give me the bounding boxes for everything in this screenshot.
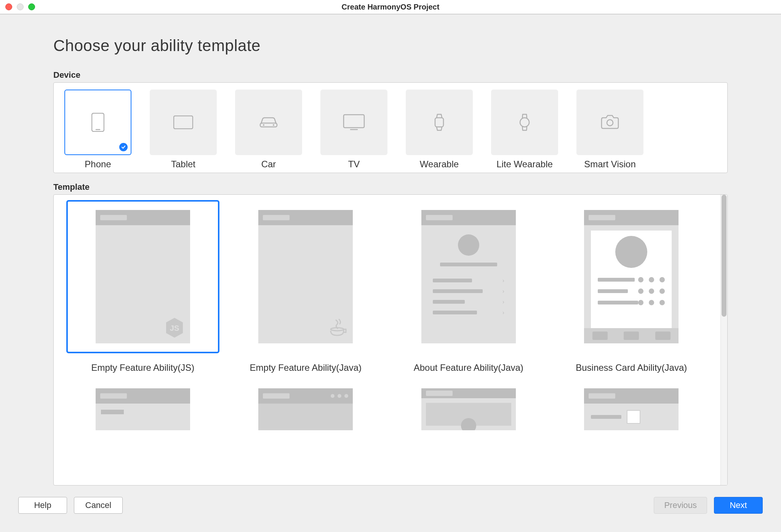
device-label: Car bbox=[261, 159, 276, 170]
window-controls bbox=[5, 3, 35, 10]
template-thumbnail bbox=[555, 200, 708, 353]
help-button[interactable]: Help bbox=[18, 497, 67, 514]
device-label: Lite Wearable bbox=[496, 159, 553, 170]
template-option-row2-2[interactable] bbox=[228, 388, 384, 434]
device-option-tv[interactable]: TV bbox=[320, 90, 387, 170]
svg-rect-2 bbox=[174, 116, 193, 129]
template-thumbnail: JS bbox=[66, 200, 219, 353]
device-box bbox=[320, 90, 387, 155]
device-option-tablet[interactable]: Tablet bbox=[150, 90, 217, 170]
svg-point-5 bbox=[273, 124, 274, 126]
svg-point-9 bbox=[520, 118, 529, 127]
device-option-wearable[interactable]: Wearable bbox=[406, 90, 473, 170]
template-label: Empty Feature Ability(Java) bbox=[250, 362, 362, 373]
next-button[interactable]: Next bbox=[714, 497, 763, 514]
wizard-page: Choose your ability template Device Phon… bbox=[0, 14, 781, 497]
device-option-lite-wearable[interactable]: Lite Wearable bbox=[491, 90, 558, 170]
device-box bbox=[491, 90, 558, 155]
device-box bbox=[64, 90, 131, 155]
tv-icon bbox=[343, 114, 365, 131]
template-label: Business Card Ability(Java) bbox=[576, 362, 687, 373]
template-thumbnail bbox=[66, 388, 219, 434]
window-title: Create HarmonyOS Project bbox=[0, 3, 781, 11]
titlebar: Create HarmonyOS Project bbox=[0, 0, 781, 14]
camera-icon bbox=[600, 115, 620, 130]
template-thumbnail bbox=[555, 388, 708, 434]
template-grid: JS Empty Feature Ability(JS) bbox=[54, 195, 720, 485]
check-icon bbox=[119, 143, 128, 151]
template-thumbnail: › › › › bbox=[392, 200, 545, 353]
page-heading: Choose your ability template bbox=[53, 37, 728, 55]
template-scrollbar[interactable] bbox=[720, 195, 727, 485]
template-thumbnail bbox=[392, 388, 545, 434]
java-icon bbox=[328, 318, 347, 337]
device-label: Tablet bbox=[171, 159, 195, 170]
template-section-label: Template bbox=[53, 182, 728, 192]
svg-rect-8 bbox=[435, 118, 443, 127]
device-label: Phone bbox=[85, 159, 111, 170]
car-icon bbox=[258, 115, 279, 130]
device-option-phone[interactable]: Phone bbox=[64, 90, 131, 170]
window-body: Choose your ability template Device Phon… bbox=[0, 14, 781, 532]
template-option-row2-4[interactable] bbox=[554, 388, 709, 434]
template-thumbnail bbox=[229, 388, 382, 434]
minimize-window-button[interactable] bbox=[17, 3, 24, 10]
maximize-window-button[interactable] bbox=[28, 3, 35, 10]
lite-wearable-icon bbox=[518, 113, 531, 131]
template-thumbnail bbox=[229, 200, 382, 353]
svg-point-4 bbox=[263, 124, 264, 126]
device-panel: Phone Tablet Car bbox=[53, 82, 728, 173]
svg-point-13 bbox=[331, 328, 344, 331]
tablet-icon bbox=[173, 115, 193, 129]
template-option-row2-1[interactable] bbox=[65, 388, 221, 434]
template-option-row2-3[interactable] bbox=[391, 388, 546, 434]
svg-rect-0 bbox=[92, 113, 104, 131]
device-label: Wearable bbox=[420, 159, 459, 170]
template-option-business-card-java[interactable]: Business Card Ability(Java) bbox=[554, 200, 709, 373]
scrollbar-thumb[interactable] bbox=[722, 195, 727, 317]
device-section-label: Device bbox=[53, 70, 728, 80]
svg-rect-3 bbox=[260, 123, 277, 127]
device-box bbox=[406, 90, 473, 155]
svg-point-10 bbox=[607, 120, 613, 126]
previous-button: Previous bbox=[654, 497, 707, 514]
device-option-car[interactable]: Car bbox=[235, 90, 302, 170]
template-label: Empty Feature Ability(JS) bbox=[91, 362, 194, 373]
svg-rect-6 bbox=[344, 115, 364, 128]
device-box bbox=[150, 90, 217, 155]
template-option-about-java[interactable]: › › › › About Feature Ability(Java) bbox=[391, 200, 546, 373]
phone-icon bbox=[91, 113, 104, 132]
template-option-empty-java[interactable]: Empty Feature Ability(Java) bbox=[228, 200, 384, 373]
template-option-empty-js[interactable]: JS Empty Feature Ability(JS) bbox=[65, 200, 221, 373]
svg-text:JS: JS bbox=[170, 324, 179, 332]
device-label: TV bbox=[348, 159, 360, 170]
wizard-footer: Help Cancel Previous Next bbox=[0, 497, 781, 532]
device-option-smart-vision[interactable]: Smart Vision bbox=[576, 90, 643, 170]
device-box bbox=[576, 90, 643, 155]
template-panel: JS Empty Feature Ability(JS) bbox=[53, 194, 728, 486]
js-icon: JS bbox=[165, 318, 184, 337]
device-label: Smart Vision bbox=[584, 159, 636, 170]
device-box bbox=[235, 90, 302, 155]
cancel-button[interactable]: Cancel bbox=[74, 497, 123, 514]
wearable-icon bbox=[433, 113, 446, 131]
template-label: About Feature Ability(Java) bbox=[414, 362, 523, 373]
close-window-button[interactable] bbox=[5, 3, 12, 10]
